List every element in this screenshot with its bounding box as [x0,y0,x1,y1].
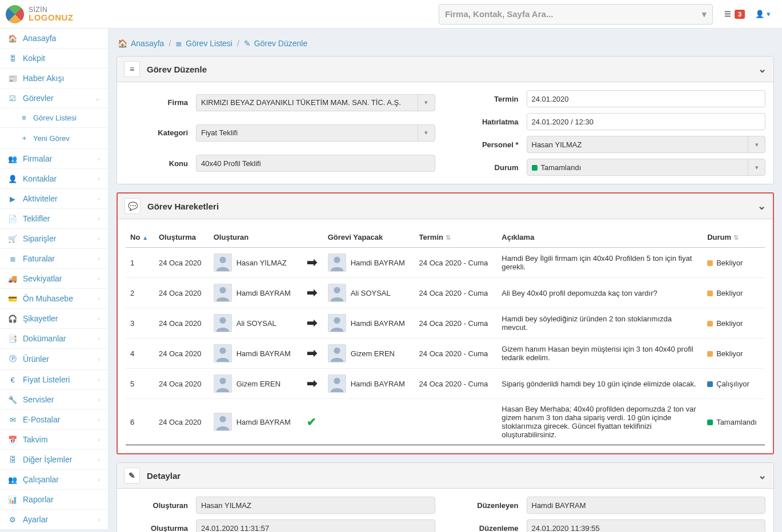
table-row[interactable]: 424 Oca 2020Hamdi BAYRAM➡Gizem EREN24 Oc… [126,338,765,369]
breadcrumb-home[interactable]: 🏠Anasayfa [118,39,164,48]
database-icon: 🗄 [8,456,17,464]
logo-icon [6,5,24,23]
user-menu[interactable]: 👤 ▾ [755,10,771,18]
sidebar-item-activities[interactable]: ▶Aktiviteler‹ [0,188,108,208]
breadcrumb-label: Görev Listesi [186,39,232,48]
sidebar-item-products[interactable]: ⓅÜrünler‹ [0,348,108,369]
headset-icon: 🎧 [8,315,17,323]
collapse-icon[interactable]: ⌄ [758,469,767,482]
money-icon: 💳 [8,295,17,303]
col-olusturma[interactable]: Oluşturma [154,227,209,248]
sidebar-item-tasks[interactable]: ☑Görevler⌄ [0,88,108,108]
table-row[interactable]: 324 Oca 2020Ali SOYSAL➡Hamdi BAYRAM24 Oc… [126,308,765,338]
cell-direction: ✔ [300,399,323,445]
konu-input[interactable]: 40x40 Profil Teklifi [196,155,435,172]
caret-down-icon: ▾ [748,159,760,175]
avatar [214,413,232,431]
table-row[interactable]: 224 Oca 2020Hamdi BAYRAM➡Ali SOYSAL24 Oc… [126,278,765,308]
collapse-icon[interactable]: ⌄ [758,63,767,75]
chevron-left-icon: ‹ [98,516,100,523]
hatirlatma-input[interactable]: 24.01.2020 / 12:30 [527,113,766,130]
sidebar-item-emails[interactable]: ✉E-Postalar‹ [0,409,108,429]
sidebar-item-docs[interactable]: 📑Dokümanlar‹ [0,328,108,348]
chevron-left-icon: ‹ [98,155,100,162]
col-termin[interactable]: Termin [415,227,498,248]
status-dot [707,291,713,296]
cell-aciklama: Gizem hanım Hasan beyin müşterisi için 3… [497,338,703,369]
col-gorevi[interactable]: Görevi Yapacak [323,227,415,248]
sidebar-item-cockpit[interactable]: 🎛Kokpit [0,48,108,68]
sidebar-item-companies[interactable]: 👥Firmalar‹ [0,148,108,168]
personel-select[interactable]: Hasan YILMAZ▾ [527,136,766,153]
sidebar-item-other[interactable]: 🗄Diğer İşlemler‹ [0,449,108,469]
avatar [214,344,232,362]
sidebar-item-task-list[interactable]: ≡Görev Listesi [0,108,108,127]
sidebar-item-settings[interactable]: ⚙Ayarlar‹ [0,509,108,529]
logo[interactable]: SİZİN LOGONUZ [0,5,109,23]
duzenleme-field: 24.01.2020 11:39:55 [527,519,766,532]
col-aciklama[interactable]: Açıklama [497,227,703,248]
chevron-left-icon: ‹ [98,416,100,423]
cell-olusturan: Hasan YILMAZ [209,248,300,278]
sidebar-item-complaints[interactable]: 🎧Şikayetler‹ [0,308,108,328]
status-dot [707,260,713,266]
panel-actions-button[interactable]: ≡ [124,61,140,77]
sidebar-item-orders[interactable]: 🛒Siparişler‹ [0,228,108,248]
durum-select[interactable]: Tamamlandı▾ [527,159,766,176]
cell-olusturan: Gizem EREN [209,369,300,399]
details-panel: ✎ Detaylar ⌄ Oluşturan Hasan YILMAZ Oluş… [117,462,774,532]
movements-table: No Oluşturma Oluşturan Görevi Yapacak Te… [126,227,765,445]
sidebar-item-home[interactable]: 🏠Anasayfa [0,29,108,48]
sidebar-label: Firmalar [23,154,52,163]
file-icon: 📄 [8,215,17,223]
breadcrumb-tasks[interactable]: ≣Görev Listesi [175,39,232,48]
sidebar-item-news[interactable]: 📰Haber Akışı [0,68,108,88]
creator: Ali SOYSAL [214,314,296,332]
breadcrumb-label: Anasayfa [131,39,164,48]
creator-name: Gizem EREN [236,380,280,388]
collapse-icon[interactable]: ⌄ [757,200,766,212]
product-icon: Ⓟ [8,354,17,364]
sidebar-item-new-task[interactable]: ＋Yeni Görev [0,127,108,148]
sidebar-item-services[interactable]: 🔧Servisler‹ [0,389,108,409]
notif-badge: 3 [735,10,745,19]
table-row[interactable]: 524 Oca 2020Gizem EREN➡Hamdi BAYRAM24 Oc… [126,369,765,399]
cell-olusturan: Hamdi BAYRAM [209,338,300,369]
olusturma-field: 24.01.2020 11:31:57 [196,519,435,532]
sidebar-item-employees[interactable]: 👥Çalışanlar‹ [0,469,108,489]
cell-no: 5 [126,369,154,399]
creator: Hasan YILMAZ [214,253,296,272]
list-icon: ≣ [175,39,182,48]
sidebar-item-invoices[interactable]: ≣Faturalar‹ [0,248,108,268]
col-olusturan[interactable]: Oluşturan [209,227,323,248]
sidebar-item-shipments[interactable]: 🚚Sevkiyatlar‹ [0,268,108,288]
sidebar-item-offers[interactable]: 📄Teklifler‹ [0,208,108,228]
news-icon: 📰 [8,74,17,83]
arrow-right-icon: ➡ [307,346,317,360]
notifications-button[interactable]: ☰ 3 [724,10,745,19]
avatar [214,284,232,302]
sidebar-item-calendar[interactable]: 📅Takvim‹ [0,429,108,449]
sidebar-item-preacc[interactable]: 💳Ön Muhasebe‹ [0,288,108,308]
cell-olusturma: 24 Oca 2020 [154,399,209,445]
firma-select[interactable]: KIRMIZI BEYAZ DAYANIKLI TÜKETİM MAM. SAN… [196,94,435,111]
table-row[interactable]: 624 Oca 2020Hamdi BAYRAM✔Hasan Bey Merha… [126,399,765,445]
search-input[interactable]: Firma, Kontak, Sayfa Ara... ▾ [439,4,713,25]
breadcrumb-edit[interactable]: ✎Görev Düzenle [244,39,307,48]
sidebar-item-pricelists[interactable]: €Fiyat Listeleri‹ [0,369,108,389]
col-no[interactable]: No [126,227,154,248]
sidebar-label: Servisler [23,395,54,404]
sidebar-label: Ürünler [23,354,49,364]
arrow-right-icon: ➡ [307,316,317,330]
col-durum[interactable]: Durum [703,227,765,248]
cell-termin: 24 Oca 2020 - Cuma [415,248,498,278]
sidebar-label: Haber Akışı [23,74,64,83]
sidebar-label: E-Postalar [23,415,60,424]
termin-input[interactable]: 24.01.2020 [527,90,766,107]
label-duzenleyen: Düzenleyen [456,501,519,510]
sidebar-item-reports[interactable]: 📊Raporlar [0,489,108,509]
table-row[interactable]: 124 Oca 2020Hasan YILMAZ➡Hamdi BAYRAM24 … [126,248,765,278]
chevron-left-icon: ‹ [98,195,100,202]
sidebar-item-contacts[interactable]: 👤Kontaklar‹ [0,168,108,188]
kategori-select[interactable]: Fiyat Teklifi▾ [196,124,435,142]
